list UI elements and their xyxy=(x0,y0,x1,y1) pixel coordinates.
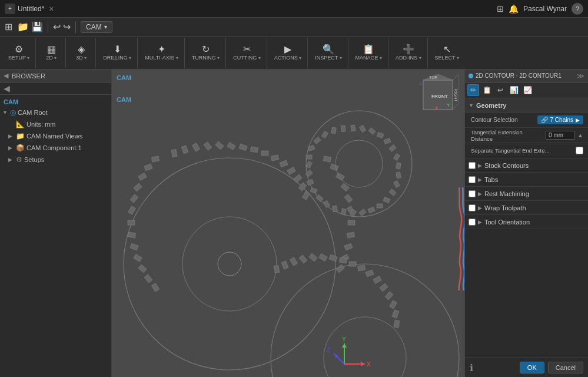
rest-machining-checkbox[interactable] xyxy=(469,190,476,197)
save-icon[interactable]: 💾 xyxy=(31,21,43,32)
tree-item-setups[interactable]: ▶ ⚙ Setups xyxy=(0,154,111,166)
addins-button[interactable]: ➕ ADD-INS ▾ xyxy=(393,44,424,62)
stock-contours-checkbox[interactable] xyxy=(469,162,476,169)
rest-machining-arrow-icon: ▶ xyxy=(478,191,482,197)
inspect-icon: 🔍 xyxy=(323,45,334,54)
svg-rect-55 xyxy=(349,262,356,266)
wrap-toolpath-checkbox[interactable] xyxy=(469,204,476,211)
cancel-button[interactable]: Cancel xyxy=(548,362,583,373)
wrap-toolpath-section[interactable]: ▶ Wrap Toolpath xyxy=(465,201,588,215)
drilling-button[interactable]: ⬇ DRILLING ▾ xyxy=(101,44,134,62)
redo-icon[interactable]: ↪ xyxy=(63,21,71,32)
new-tab-btn[interactable]: + xyxy=(5,4,15,14)
panel-blue-dot xyxy=(469,74,473,78)
cam-section-label: CAM xyxy=(0,97,111,107)
file-menu-icon[interactable]: 📁 xyxy=(17,21,29,32)
panel-tool-pencil[interactable]: ✏ xyxy=(467,84,479,96)
stock-contours-arrow-icon: ▶ xyxy=(478,163,482,168)
cam-root-label: CAM Root xyxy=(18,109,48,116)
svg-rect-13 xyxy=(128,232,135,238)
inspect-button[interactable]: 🔍 INSPECT ▾ xyxy=(313,44,344,62)
3d-icon: ◈ xyxy=(78,45,85,54)
title-text: Untitled* xyxy=(18,5,44,13)
svg-rect-79 xyxy=(396,163,401,169)
panel-tool-copy[interactable]: 📋 xyxy=(481,84,493,96)
setup-button[interactable]: ⚙ SETUP ▾ xyxy=(6,44,32,62)
multiaxis-icon: ✦ xyxy=(158,45,165,54)
units-label: Units: mm xyxy=(26,121,56,128)
svg-rect-12 xyxy=(128,220,135,225)
svg-text:Z: Z xyxy=(327,347,330,353)
select-button[interactable]: ↖ SELECT ▾ xyxy=(433,44,461,62)
svg-rect-37 xyxy=(250,147,258,153)
svg-rect-39 xyxy=(271,155,278,161)
apps-icon[interactable]: ⊞ xyxy=(5,21,12,32)
tree-item-cam-root[interactable]: ▼ ◎ CAM Root xyxy=(0,107,111,118)
tool-orientation-checkbox[interactable] xyxy=(469,219,476,226)
2d-button[interactable]: ▦ 2D ▾ xyxy=(41,44,62,62)
actions-button[interactable]: ▶ ACTIONS ▾ xyxy=(272,44,304,62)
tool-orientation-arrow-icon: ▶ xyxy=(478,219,482,225)
tree-item-named-views[interactable]: ▶ 📁 CAM Named Views xyxy=(0,130,111,142)
tree-arrow-cam-root: ▼ xyxy=(2,110,8,115)
spinner-up-icon[interactable]: ▲ xyxy=(577,132,583,138)
tabs-section[interactable]: ▶ Tabs xyxy=(465,173,588,187)
toolbar-group-inspect: 🔍 INSPECT ▾ xyxy=(309,38,348,68)
viewport[interactable]: CAM CAM xyxy=(112,70,464,377)
tree-item-cam-component[interactable]: ▶ 📦 CAM Component:1 xyxy=(0,142,111,154)
named-views-label: CAM Named Views xyxy=(26,133,82,140)
info-icon[interactable]: ℹ xyxy=(470,362,473,373)
3d-button[interactable]: ◈ 3D ▾ xyxy=(71,44,92,62)
toolbar-group-setup: ⚙ SETUP ▾ xyxy=(2,38,36,68)
close-tab-btn[interactable]: × xyxy=(49,4,54,14)
separate-tangential-label: Separate Tangential End Exte... xyxy=(471,147,573,154)
geometry-section-header[interactable]: ▼ Geometry xyxy=(465,98,588,113)
tangential-extension-input[interactable] xyxy=(546,131,575,140)
multiaxis-button[interactable]: ✦ MULTI-AXIS ▾ xyxy=(142,44,180,62)
rest-machining-label: Rest Machining xyxy=(484,190,529,197)
ok-button[interactable]: OK xyxy=(520,362,544,373)
cam-root-icon: ◎ xyxy=(10,108,16,117)
svg-text:CAM: CAM xyxy=(117,96,131,103)
help-icon[interactable]: ? xyxy=(572,3,583,15)
undo-icon[interactable]: ↩ xyxy=(53,21,61,32)
user-info-area: ⊞ 🔔 Pascal Wynar ? xyxy=(497,3,583,15)
tangential-extension-row: Tangential Extension Distance ▲ xyxy=(465,128,588,143)
separate-tangential-checkbox[interactable] xyxy=(576,147,583,154)
svg-rect-6 xyxy=(151,156,159,162)
nav-arrows: ◀ xyxy=(0,82,111,95)
browser-panel: ◀ BROWSER ◀ CAM ▼ ◎ CAM Root 📐 Units: mm… xyxy=(0,70,112,377)
geometry-triangle-icon: ▼ xyxy=(469,102,474,108)
toolbar-group-3d: ◈ 3D ▾ xyxy=(67,38,96,68)
svg-rect-19 xyxy=(323,156,331,162)
panel-expand-icon[interactable]: ≫ xyxy=(577,72,584,80)
turning-button[interactable]: ↻ TURNING ▾ xyxy=(190,44,222,62)
back-arrow[interactable]: ◀ xyxy=(4,84,10,93)
cutting-button[interactable]: ✂ CUTTING ▾ xyxy=(231,44,263,62)
collapse-browser-icon[interactable]: ◀ xyxy=(4,72,8,80)
units-icon: 📐 xyxy=(16,120,25,128)
panel-tool-undo[interactable]: ↩ xyxy=(494,84,506,96)
grid-icon[interactable]: ⊞ xyxy=(497,4,504,14)
stock-contours-section[interactable]: ▶ Stock Contours xyxy=(465,158,588,173)
panel-tool-chart2[interactable]: 📈 xyxy=(521,84,533,96)
svg-text:Z: Z xyxy=(419,81,422,86)
stock-contours-label: Stock Contours xyxy=(484,162,529,169)
svg-rect-80 xyxy=(396,172,401,178)
separate-tangential-row: Separate Tangential End Exte... xyxy=(465,143,588,158)
tree-item-units[interactable]: 📐 Units: mm xyxy=(0,118,111,130)
cam-menu-button[interactable]: CAM ▾ xyxy=(81,21,112,33)
chains-count-text: 7 Chains xyxy=(550,117,573,123)
bell-icon[interactable]: 🔔 xyxy=(509,4,519,14)
setup-icon: ⚙ xyxy=(15,45,23,54)
rest-machining-section[interactable]: ▶ Rest Machining xyxy=(465,187,588,201)
panel-footer: ℹ OK Cancel xyxy=(465,358,588,377)
manage-button[interactable]: 📋 MANAGE ▾ xyxy=(353,44,385,62)
contour-arrow-icon: ▶ xyxy=(576,117,580,123)
tool-orientation-section[interactable]: ▶ Tool Orientation xyxy=(465,215,588,229)
contour-selection-value[interactable]: 🔗 7 Chains ▶ xyxy=(537,115,583,124)
2d-icon: ▦ xyxy=(47,45,56,54)
svg-rect-89 xyxy=(333,206,338,212)
tabs-checkbox[interactable] xyxy=(469,176,476,183)
panel-tool-chart1[interactable]: 📊 xyxy=(508,84,520,96)
